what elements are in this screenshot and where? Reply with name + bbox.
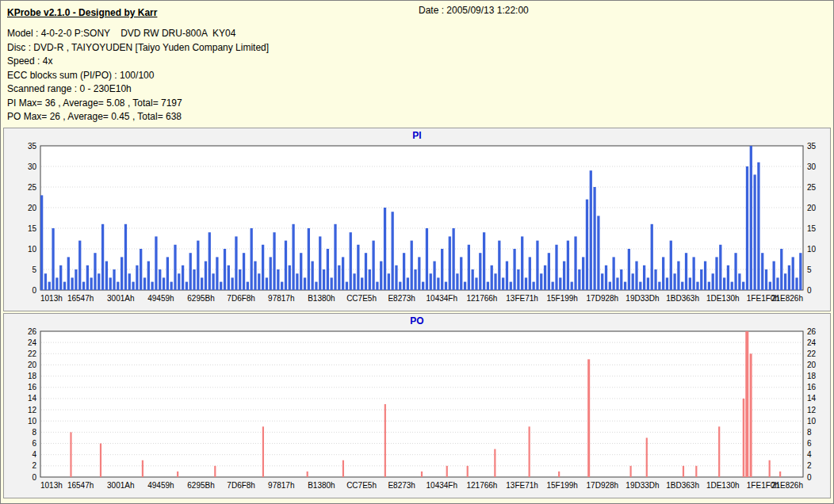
scan-info: Model : 4-0-2-0 P:SONY DVD RW DRU-800A K… — [7, 27, 827, 124]
info-line-disc: Disc : DVD-R , TAIYOYUDEN [Taiyo Yuden C… — [7, 41, 827, 55]
svg-text:3001Ah: 3001Ah — [107, 294, 134, 303]
svg-text:12: 12 — [807, 406, 817, 414]
svg-text:2: 2 — [807, 461, 812, 470]
svg-text:1DE130h: 1DE130h — [706, 481, 740, 490]
svg-text:1013h: 1013h — [40, 294, 63, 303]
svg-text:B1380h: B1380h — [308, 294, 335, 303]
header-panel: KProbe v2.1.0 - Designed by Karr Date : … — [1, 1, 833, 126]
svg-text:17D928h: 17D928h — [587, 294, 619, 303]
svg-text:22: 22 — [807, 349, 817, 358]
svg-text:6: 6 — [32, 439, 36, 448]
svg-text:8: 8 — [32, 428, 36, 437]
svg-text:E8273h: E8273h — [388, 481, 415, 490]
svg-text:5: 5 — [807, 265, 812, 274]
svg-text:CC7E5h: CC7E5h — [346, 294, 377, 303]
svg-text:24: 24 — [28, 338, 37, 347]
svg-text:B1380h: B1380h — [308, 481, 335, 490]
svg-text:26: 26 — [28, 327, 37, 336]
svg-text:1DE130h: 1DE130h — [706, 294, 740, 303]
info-line-speed: Speed : 4x — [7, 55, 827, 69]
pi-chart-plot: 00551010151520202525303035351013h16547h3… — [4, 128, 828, 311]
svg-text:21E826h: 21E826h — [771, 294, 803, 303]
svg-text:16547h: 16547h — [67, 481, 94, 490]
app-title: KProbe v2.1.0 - Designed by Karr — [7, 7, 157, 18]
info-line-range: Scanned range : 0 - 230E10h — [7, 82, 827, 97]
svg-text:6: 6 — [807, 439, 812, 448]
svg-text:10: 10 — [28, 245, 37, 254]
svg-text:15F199h: 15F199h — [546, 481, 577, 490]
info-line-po-stats: PO Max= 26 , Average= 0.45 , Total= 638 — [7, 110, 827, 124]
svg-text:10: 10 — [28, 417, 37, 426]
svg-text:26: 26 — [807, 327, 817, 336]
po-chart-panel: 0022446688101012121414161618182020222224… — [3, 313, 831, 498]
svg-text:1BD363h: 1BD363h — [666, 294, 699, 303]
svg-text:0: 0 — [32, 286, 36, 295]
svg-text:121766h: 121766h — [466, 481, 497, 490]
svg-text:10434Fh: 10434Fh — [427, 481, 457, 490]
svg-text:0: 0 — [807, 473, 812, 482]
title-row: KProbe v2.1.0 - Designed by Karr Date : … — [7, 5, 827, 21]
svg-text:15: 15 — [28, 224, 37, 233]
pi-chart-title: PI — [4, 130, 830, 141]
svg-text:6295Bh: 6295Bh — [187, 481, 214, 490]
svg-text:20: 20 — [807, 361, 817, 369]
svg-text:30: 30 — [807, 162, 817, 171]
info-line-model: Model : 4-0-2-0 P:SONY DVD RW DRU-800A K… — [7, 27, 827, 41]
svg-text:16547h: 16547h — [67, 294, 94, 303]
info-line-ecc: ECC blocks sum (PI/PO) : 100/100 — [7, 69, 827, 83]
svg-text:0: 0 — [32, 473, 36, 482]
svg-text:15F199h: 15F199h — [546, 294, 577, 303]
svg-text:8: 8 — [807, 428, 812, 437]
svg-text:18: 18 — [807, 372, 817, 380]
svg-text:25: 25 — [807, 183, 817, 192]
svg-text:25: 25 — [28, 183, 37, 192]
svg-text:30: 30 — [28, 162, 37, 171]
svg-text:3001Ah: 3001Ah — [107, 481, 134, 490]
svg-text:16: 16 — [807, 383, 817, 391]
svg-text:10: 10 — [807, 417, 817, 426]
svg-text:4: 4 — [32, 450, 36, 459]
svg-text:1BD363h: 1BD363h — [666, 481, 699, 490]
svg-text:121766h: 121766h — [466, 294, 497, 303]
svg-text:13FE71h: 13FE71h — [506, 481, 538, 490]
svg-text:18: 18 — [28, 372, 37, 380]
kprobe-window: KProbe v2.1.0 - Designed by Karr Date : … — [1, 1, 833, 498]
po-chart-title: PO — [4, 315, 830, 326]
info-line-pi-stats: PI Max= 36 , Average= 5.08 , Total= 7197 — [7, 97, 827, 111]
svg-text:19D33Dh: 19D33Dh — [626, 294, 659, 303]
svg-text:97817h: 97817h — [268, 294, 294, 303]
svg-text:35: 35 — [28, 142, 37, 151]
svg-text:7D6F8h: 7D6F8h — [227, 481, 255, 490]
svg-text:E8273h: E8273h — [388, 294, 415, 303]
svg-text:24: 24 — [807, 338, 817, 347]
svg-text:19D33Dh: 19D33Dh — [626, 481, 659, 490]
svg-text:4: 4 — [807, 450, 812, 459]
svg-text:17D928h: 17D928h — [587, 481, 619, 490]
svg-text:0: 0 — [807, 286, 812, 295]
po-chart-plot: 0022446688101012121414161618182020222224… — [4, 314, 828, 498]
svg-text:22: 22 — [28, 349, 37, 358]
pi-chart-panel: 00551010151520202525303035351013h16547h3… — [3, 128, 831, 311]
svg-text:2: 2 — [32, 461, 36, 470]
svg-text:20: 20 — [807, 204, 817, 212]
svg-text:35: 35 — [807, 142, 817, 151]
svg-text:CC7E5h: CC7E5h — [346, 481, 377, 490]
svg-text:10: 10 — [807, 245, 817, 254]
svg-text:13FE71h: 13FE71h — [506, 294, 538, 303]
svg-text:97817h: 97817h — [268, 481, 294, 490]
svg-text:15: 15 — [807, 224, 817, 233]
svg-text:49459h: 49459h — [147, 294, 174, 303]
svg-text:12: 12 — [28, 406, 37, 414]
svg-text:21E826h: 21E826h — [771, 481, 803, 490]
svg-text:20: 20 — [28, 204, 37, 212]
svg-text:5: 5 — [32, 265, 36, 274]
svg-text:6295Bh: 6295Bh — [187, 294, 214, 303]
svg-text:14: 14 — [28, 394, 37, 403]
svg-text:16: 16 — [28, 383, 37, 391]
date-label: Date : 2005/09/13 1:22:00 — [419, 5, 529, 16]
svg-text:20: 20 — [28, 361, 37, 369]
svg-text:10434Fh: 10434Fh — [427, 294, 457, 303]
svg-text:14: 14 — [807, 394, 817, 403]
svg-text:49459h: 49459h — [147, 481, 174, 490]
svg-text:7D6F8h: 7D6F8h — [227, 294, 255, 303]
